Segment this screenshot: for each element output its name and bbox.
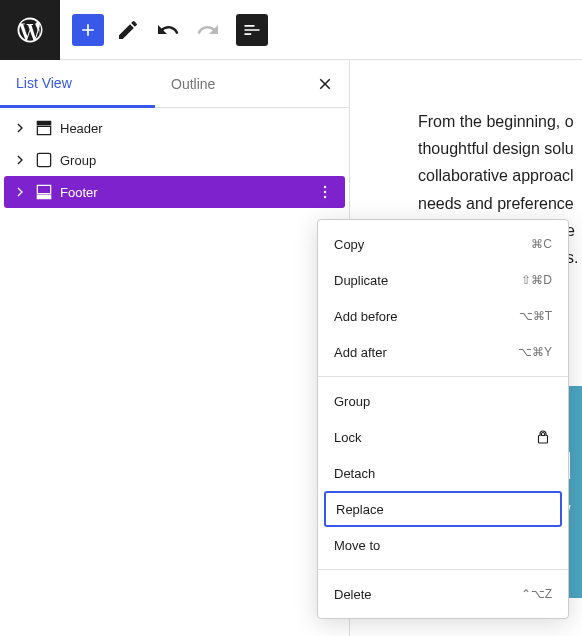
menu-move-to[interactable]: Move to [318,527,568,563]
tree-item-footer[interactable]: Footer [4,176,345,208]
tree-label: Footer [60,185,313,200]
svg-rect-0 [37,121,50,124]
undo-button[interactable] [152,14,184,46]
block-tree: Header Group Footer [0,108,349,212]
menu-label: Delete [334,587,372,602]
editor-toolbar [0,0,582,60]
more-vertical-icon [315,182,335,202]
group-block-icon [34,150,54,170]
panel-tabs: List View Outline [0,60,349,108]
menu-label: Lock [334,430,361,445]
undo-icon [156,18,180,42]
plus-icon [78,20,98,40]
menu-label: Add after [334,345,387,360]
tree-label: Header [60,121,337,136]
menu-shortcut: ⌥⌘Y [518,345,552,359]
add-block-button[interactable] [72,14,104,46]
tab-listview[interactable]: List View [0,60,155,108]
menu-label: Add before [334,309,398,324]
menu-add-after[interactable]: Add after ⌥⌘Y [318,334,568,370]
svg-point-5 [324,196,327,199]
chevron-right-icon [12,184,28,200]
menu-shortcut: ⌃⌥Z [521,587,552,601]
svg-point-4 [324,191,327,194]
menu-duplicate[interactable]: Duplicate ⇧⌘D [318,262,568,298]
listview-icon [242,20,262,40]
block-context-menu: Copy ⌘C Duplicate ⇧⌘D Add before ⌥⌘T Add… [317,219,569,619]
svg-point-3 [324,186,327,189]
tab-outline[interactable]: Outline [155,60,231,108]
menu-label: Duplicate [334,273,388,288]
close-icon [316,75,334,93]
menu-replace[interactable]: Replace [324,491,562,527]
menu-label: Move to [334,538,380,553]
toolbar-buttons [60,14,268,46]
listview-button[interactable] [236,14,268,46]
svg-rect-2 [37,195,50,198]
redo-button[interactable] [192,14,224,46]
menu-detach[interactable]: Detach [318,455,568,491]
menu-shortcut: ⌥⌘T [519,309,552,323]
menu-copy[interactable]: Copy ⌘C [318,226,568,262]
tree-label: Group [60,153,337,168]
menu-delete[interactable]: Delete ⌃⌥Z [318,576,568,612]
chevron-right-icon [12,120,28,136]
menu-shortcut: ⌘C [531,237,552,251]
tree-item-group[interactable]: Group [4,144,345,176]
menu-shortcut: ⇧⌘D [521,273,552,287]
menu-add-before[interactable]: Add before ⌥⌘T [318,298,568,334]
wordpress-logo[interactable] [0,0,60,60]
menu-lock[interactable]: Lock [318,419,568,455]
menu-group[interactable]: Group [318,383,568,419]
listview-panel: List View Outline Header Group Footer [0,60,350,636]
menu-label: Copy [334,237,364,252]
svg-rect-1 [37,153,50,166]
footer-block-icon [34,182,54,202]
redo-icon [196,18,220,42]
menu-label: Replace [336,502,384,517]
menu-label: Detach [334,466,375,481]
pencil-icon [116,18,140,42]
menu-label: Group [334,394,370,409]
header-block-icon [34,118,54,138]
tree-item-header[interactable]: Header [4,112,345,144]
close-panel-button[interactable] [309,68,341,100]
wordpress-icon [15,15,45,45]
lock-icon [534,428,552,446]
tree-item-menu-button[interactable] [313,180,337,204]
edit-button[interactable] [112,14,144,46]
chevron-right-icon [12,152,28,168]
